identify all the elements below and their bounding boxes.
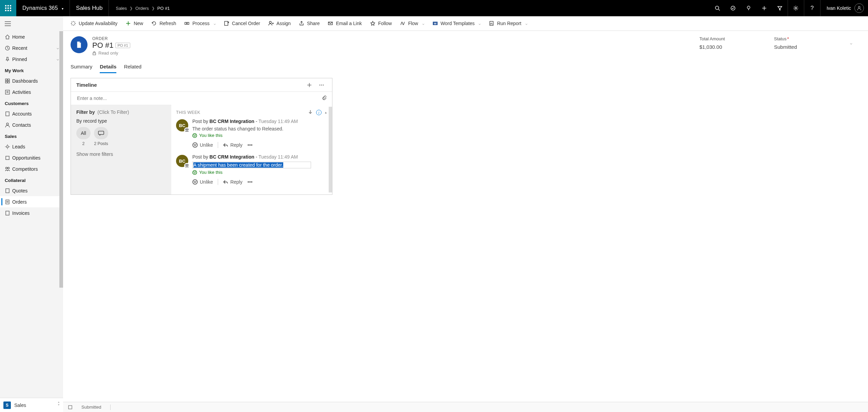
svg-point-67	[193, 143, 197, 147]
lightbulb-icon[interactable]	[741, 0, 756, 16]
nav-leads[interactable]: Leads	[0, 141, 63, 152]
post-message[interactable]: A shipment has been created for the orde…	[192, 162, 325, 168]
show-more-filters[interactable]: Show more filters	[76, 151, 166, 157]
user-menu[interactable]: Ivan Koletic	[820, 0, 868, 16]
nav-toggle[interactable]	[0, 16, 63, 31]
unlike-button[interactable]: Unlike	[192, 179, 213, 185]
tab-details[interactable]: Details	[100, 64, 116, 73]
user-name: Ivan Koletic	[827, 5, 851, 11]
svg-rect-35	[6, 189, 9, 193]
brand-switcher[interactable]: Dynamics 365 ▾	[16, 0, 70, 16]
area-label: Sales	[14, 403, 26, 408]
collapse-icon[interactable]: ▴	[325, 110, 327, 114]
nav-activities[interactable]: Activities	[0, 86, 63, 98]
cmd-email-link[interactable]: Email a Link	[324, 16, 366, 30]
brand-label: Dynamics 365	[22, 5, 58, 11]
cmd-word-templates[interactable]: WWord Templates⌵	[428, 16, 485, 30]
nav-group-customers: Customers	[0, 98, 63, 108]
nav-quotes[interactable]: Quotes	[0, 185, 63, 196]
svg-rect-36	[6, 200, 9, 204]
status-text: Submitted	[81, 405, 101, 410]
filter-pill-all[interactable]: All	[76, 127, 91, 139]
nav-competitors[interactable]: Competitors	[0, 163, 63, 174]
settings-icon[interactable]	[788, 0, 804, 16]
cmd-share[interactable]: Share	[295, 16, 324, 30]
svg-rect-60	[98, 131, 104, 135]
nav-orders[interactable]: Orders	[0, 196, 63, 207]
order-icon	[5, 199, 12, 205]
nav-scrollbar[interactable]	[59, 31, 63, 398]
header-expand[interactable]: ⌵	[849, 40, 854, 47]
filter-click[interactable]: (Click To Filter)	[97, 109, 129, 115]
cmd-assign[interactable]: Assign	[264, 16, 295, 30]
svg-point-70	[248, 145, 249, 145]
app-launcher[interactable]	[0, 0, 16, 16]
cmd-update-availability[interactable]: Update Availability	[66, 16, 121, 30]
svg-point-33	[6, 167, 7, 169]
note-input[interactable]	[76, 95, 322, 101]
timeline-filter-panel: Filter by (Click To Filter) By record ty…	[71, 105, 171, 194]
filter-pill-posts[interactable]	[94, 127, 108, 139]
area-switcher[interactable]: S Sales ˄˅	[0, 398, 63, 412]
attach-icon[interactable]	[322, 95, 327, 101]
required-indicator: *	[787, 36, 789, 41]
command-bar: Update Availability New Refresh Process⌵…	[63, 16, 868, 31]
svg-point-31	[6, 146, 8, 148]
svg-rect-25	[8, 81, 9, 83]
nav-pinned[interactable]: Pinned⌵	[0, 54, 63, 65]
status-icon	[68, 405, 73, 410]
add-icon[interactable]	[756, 0, 772, 16]
svg-point-16	[795, 7, 797, 9]
cmd-refresh[interactable]: Refresh	[147, 16, 180, 30]
timeline-add[interactable]	[304, 80, 314, 90]
cmd-cancel-order[interactable]: Cancel Order	[220, 16, 264, 30]
task-icon[interactable]	[725, 0, 741, 16]
cmd-run-report[interactable]: Run Report⌵	[485, 16, 532, 30]
unlike-button[interactable]: Unlike	[192, 142, 213, 148]
entity-type: ORDER	[92, 36, 130, 41]
post-more[interactable]	[247, 142, 253, 148]
cmd-follow[interactable]: Follow	[366, 16, 396, 30]
nav-group-sales: Sales	[0, 130, 63, 141]
reply-button[interactable]: Reply	[223, 179, 243, 185]
search-icon[interactable]	[710, 0, 725, 16]
tab-summary[interactable]: Summary	[71, 64, 92, 73]
timeline-more[interactable]	[316, 80, 327, 90]
post-more[interactable]	[247, 179, 253, 185]
nav-home[interactable]: Home	[0, 31, 63, 42]
nav-accounts[interactable]: Accounts	[0, 108, 63, 119]
crumb-1[interactable]: Orders	[135, 6, 150, 11]
record-header: ORDER PO #1 PO #1 Read only Total Amount…	[63, 31, 868, 56]
svg-point-77	[195, 171, 195, 172]
svg-point-59	[323, 84, 324, 85]
nav-invoices[interactable]: Invoices	[0, 207, 63, 219]
filter-icon[interactable]	[772, 0, 788, 16]
nav-group-mywork: My Work	[0, 65, 63, 75]
svg-rect-3	[5, 7, 6, 9]
nav-opportunities[interactable]: Opportunities	[0, 152, 63, 163]
feed-scrollbar[interactable]	[329, 107, 332, 192]
tab-related[interactable]: Related	[124, 64, 141, 73]
info-icon[interactable]: i	[316, 110, 322, 115]
svg-point-71	[250, 145, 250, 145]
crumb-0[interactable]: Sales	[115, 6, 128, 11]
post-timestamp: Tuesday 11:49 AM	[258, 119, 298, 124]
svg-point-17	[858, 6, 860, 8]
cmd-process[interactable]: Process⌵	[180, 16, 220, 30]
nav-recent[interactable]: Recent⌵	[0, 42, 63, 54]
crumb-2[interactable]: PO #1	[157, 6, 171, 11]
nav-contacts[interactable]: Contacts	[0, 119, 63, 130]
chevron-down-icon: ▾	[62, 7, 63, 11]
record-badge: PO #1	[115, 43, 130, 48]
cmd-flow[interactable]: Flow⌵	[396, 16, 428, 30]
cmd-new[interactable]: New	[121, 16, 147, 30]
star-icon	[370, 21, 375, 26]
svg-rect-84	[69, 406, 72, 409]
reply-button[interactable]: Reply	[223, 142, 243, 148]
chevron-right-icon: ❯	[128, 6, 135, 11]
sort-icon[interactable]	[308, 109, 313, 115]
share-icon	[299, 21, 304, 26]
nav-dashboards[interactable]: Dashboards	[0, 75, 63, 86]
svg-rect-24	[5, 81, 7, 83]
help-icon[interactable]: ?	[804, 0, 820, 16]
